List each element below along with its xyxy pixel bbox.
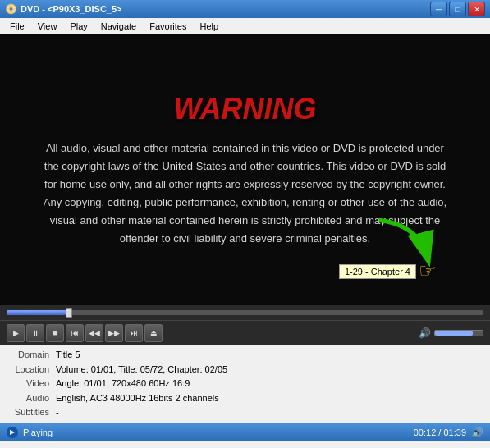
title-bar: 📀 DVD - <P90X3_DISC_5> ─ □ ✕ [0,0,490,18]
audio-label: Audio [7,391,56,406]
window-controls: ─ □ ✕ [430,2,485,16]
warning-title: WARNING [174,92,317,126]
statusbar-volume-icon: 🔊 [471,427,483,438]
time-display: 00:12 / 01:39 [414,427,466,437]
eject-button[interactable]: ⏏ [144,324,163,342]
volume-area: 🔊 [419,327,483,339]
domain-value: Title 5 [56,348,80,363]
app-icon: 📀 [5,3,17,15]
menu-navigate[interactable]: Navigate [94,20,143,33]
volume-icon: 🔊 [419,327,431,339]
info-panel: Domain Title 5 Location Volume: 01/01, T… [0,345,490,423]
domain-label: Domain [7,348,56,363]
time-current: 00:12 [414,427,437,437]
prev-button[interactable]: ⏮ [66,324,84,342]
window-title: DVD - <P90X3_DISC_5> [21,4,430,14]
video-value: Angle: 01/01, 720x480 60Hz 16:9 [56,377,190,391]
seekbar-track[interactable] [7,310,483,315]
menu-bar: File View Play Navigate Favorites Help [0,18,490,34]
menu-view[interactable]: View [31,20,64,33]
status-text: Playing [23,427,414,437]
time-total: 01:39 [443,427,466,437]
warning-screen: WARNING All audio, visual and other mate… [0,34,490,305]
maximize-button[interactable]: □ [449,2,466,16]
status-bar: ▶ Playing 00:12 / 01:39 🔊 [0,423,490,441]
subtitles-label: Subtitles [7,405,56,420]
status-icon: ▶ [7,427,18,438]
info-row-audio: Audio English, AC3 48000Hz 16bits 2 chan… [7,391,483,406]
info-row-subtitles: Subtitles - [7,405,483,420]
volume-slider[interactable] [434,330,483,336]
fastforward-button[interactable]: ▶▶ [105,324,123,342]
location-value: Volume: 01/01, Title: 05/72, Chapter: 02… [56,363,227,377]
seekbar-area[interactable] [0,305,490,320]
info-row-location: Location Volume: 01/01, Title: 05/72, Ch… [7,363,483,377]
controls-bar: ▶ ⏸ ■ ⏮ ◀◀ ▶▶ ⏭ ⏏ 🔊 [0,320,490,345]
volume-fill [435,331,473,336]
rewind-button[interactable]: ◀◀ [85,324,103,342]
close-button[interactable]: ✕ [468,2,485,16]
seekbar-fill [7,310,69,315]
info-row-domain: Domain Title 5 [7,348,483,363]
location-label: Location [7,363,56,377]
warning-text: All audio, visual and other material con… [40,139,451,249]
stop-button[interactable]: ■ [46,324,64,342]
play-button[interactable]: ▶ [7,324,25,342]
audio-value: English, AC3 48000Hz 16bits 2 channels [56,391,219,406]
video-area: WARNING All audio, visual and other mate… [0,34,490,305]
menu-play[interactable]: Play [63,20,94,33]
video-label: Video [7,377,56,391]
seekbar-thumb[interactable] [66,308,72,318]
minimize-button[interactable]: ─ [430,2,447,16]
chapter-tooltip: 1-29 - Chapter 4 [339,264,416,279]
menu-help[interactable]: Help [193,20,225,33]
menu-file[interactable]: File [3,20,31,33]
menu-favorites[interactable]: Favorites [143,20,193,33]
subtitles-value: - [56,405,59,420]
next-button[interactable]: ⏭ [125,324,143,342]
pause-button[interactable]: ⏸ [26,324,44,342]
info-row-video: Video Angle: 01/01, 720x480 60Hz 16:9 [7,377,483,391]
